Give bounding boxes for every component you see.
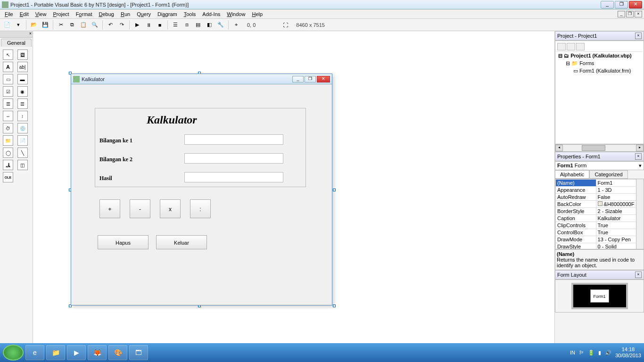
divide-button[interactable]: :	[190, 199, 211, 218]
undo-button[interactable]: ↶	[105, 20, 116, 30]
combobox-tool[interactable]: ☰	[3, 99, 13, 109]
network-icon[interactable]: ▮	[598, 350, 601, 356]
menu-debug[interactable]: Debug	[96, 10, 116, 18]
form-designer-window[interactable]: Kalkulator _ ❐ ✕ Kalkulator Bilangan ke …	[71, 74, 332, 305]
view-object-button[interactable]	[567, 43, 575, 50]
textbox-tool[interactable]: ab|	[17, 62, 28, 72]
menu-query[interactable]: Query	[134, 10, 154, 18]
tab-categorized[interactable]: Categorized	[589, 170, 627, 179]
vscrollbar-tool[interactable]: ↕	[17, 111, 28, 121]
object-browser-button[interactable]: ◧	[204, 20, 215, 30]
property-row[interactable]: ControlBoxTrue	[556, 229, 644, 236]
exit-button[interactable]: Keluar	[156, 235, 207, 249]
toolbox-tab-general[interactable]: General	[1, 39, 32, 47]
maximize-button[interactable]: ❐	[615, 1, 628, 8]
scroll-thumb[interactable]	[582, 145, 605, 151]
property-row[interactable]: DrawMode13 - Copy Pen	[556, 236, 644, 243]
properties-grid[interactable]: (Name)Form1Appearance1 - 3DAutoRedrawFal…	[555, 179, 644, 249]
mdi-close[interactable]: ×	[635, 11, 642, 17]
hscrollbar-tool[interactable]: ↔	[3, 111, 13, 121]
drivelist-tool[interactable]: 💿	[17, 123, 28, 133]
label-tool[interactable]: A	[3, 62, 13, 72]
label-hasil[interactable]: Hasil	[99, 175, 112, 182]
mdi-restore[interactable]: ❐	[626, 11, 634, 17]
resize-handle[interactable]	[333, 304, 336, 307]
toolbox-button[interactable]: 🔧	[215, 20, 226, 30]
checkbox-tool[interactable]: ☑	[3, 86, 13, 97]
menu-diagram[interactable]: Diagram	[155, 10, 180, 18]
textbox-bilangan2[interactable]	[184, 153, 283, 164]
dirlist-tool[interactable]: 📁	[3, 135, 13, 146]
copy-button[interactable]: ⧉	[67, 20, 77, 30]
project-root-node[interactable]: ⊟ 🗂 Project1 (Kalkulator.vbp)	[556, 52, 643, 59]
textbox-hasil[interactable]	[184, 172, 283, 182]
menu-help[interactable]: Help	[249, 10, 265, 18]
menu-format[interactable]: Format	[73, 10, 95, 18]
view-code-button[interactable]	[557, 43, 566, 50]
cut-button[interactable]: ✂	[56, 20, 66, 30]
firefox-icon[interactable]: 🦊	[88, 345, 107, 360]
pointer-tool[interactable]: ↖	[3, 49, 13, 60]
form-maximize[interactable]: ❐	[305, 76, 316, 82]
property-row[interactable]: DrawStyle0 - Solid	[556, 243, 644, 250]
menu-view[interactable]: View	[33, 10, 50, 18]
redo-button[interactable]: ↷	[116, 20, 127, 30]
textbox-bilangan1[interactable]	[184, 134, 283, 145]
clear-button[interactable]: Hapus	[98, 235, 149, 249]
add-form-button[interactable]: ▾	[13, 20, 24, 30]
flag-icon[interactable]: 🏳	[579, 350, 584, 355]
design-surface[interactable]: Kalkulator _ ❐ ✕ Kalkulator Bilangan ke …	[33, 31, 554, 343]
optionbutton-tool[interactable]: ◉	[17, 86, 28, 97]
language-indicator[interactable]: IN	[570, 350, 575, 355]
properties-close[interactable]: ×	[635, 153, 642, 160]
listbox-tool[interactable]: ☰	[17, 99, 28, 109]
form-layout-button[interactable]: ▤	[193, 20, 203, 30]
timer-tool[interactable]: ⏱	[3, 123, 13, 133]
plus-button[interactable]: +	[99, 199, 120, 218]
minimize-button[interactable]: _	[601, 1, 614, 8]
picturebox-tool[interactable]: 🖼	[17, 49, 28, 60]
form-client-area[interactable]: Kalkulator Bilangan ke 1 Bilangan ke 2 H…	[71, 84, 332, 305]
vb6-icon[interactable]: 🗔	[129, 345, 148, 360]
frame-tool[interactable]: ▭	[3, 74, 13, 84]
multiply-button[interactable]: x	[160, 199, 181, 218]
property-row[interactable]: AutoRedrawFalse	[556, 194, 644, 201]
start-button[interactable]	[3, 345, 24, 361]
project-pane-header[interactable]: Project - Project1 ×	[555, 31, 644, 41]
image-tool[interactable]: 🏞	[3, 160, 13, 170]
form-layout-preview[interactable]: Form1	[555, 280, 644, 313]
minus-button[interactable]: -	[130, 199, 150, 218]
toolbox-close[interactable]: ×	[0, 31, 33, 38]
paste-button[interactable]: 📋	[78, 20, 89, 30]
property-row[interactable]: ClipControlsTrue	[556, 222, 644, 229]
open-button[interactable]: 📂	[29, 20, 39, 30]
properties-scrollbar[interactable]	[636, 179, 644, 249]
project-explorer[interactable]: ⊟ 🗂 Project1 (Kalkulator.vbp) ⊟ 📁 Forms …	[555, 41, 644, 144]
menu-tools[interactable]: Tools	[181, 10, 199, 18]
project-close[interactable]: ×	[635, 33, 642, 39]
shape-tool[interactable]: ◯	[3, 148, 13, 158]
break-button[interactable]: ⏸	[143, 20, 154, 30]
menu-edit[interactable]: Edit	[17, 10, 32, 18]
scroll-left[interactable]: ◂	[555, 145, 563, 151]
toggle-folders-button[interactable]	[576, 43, 585, 50]
menu-run[interactable]: Run	[118, 10, 133, 18]
form-close[interactable]: ✕	[317, 76, 330, 82]
explorer-icon[interactable]: 📁	[46, 345, 65, 360]
heading-label[interactable]: Kalkulator	[147, 114, 197, 126]
menu-window[interactable]: Window	[224, 10, 248, 18]
battery-icon[interactable]: 🔋	[588, 350, 594, 356]
volume-icon[interactable]: 🔊	[605, 350, 611, 356]
property-row[interactable]: CaptionKalkulator	[556, 215, 644, 222]
scroll-right[interactable]: ▸	[636, 145, 644, 151]
save-button[interactable]: 💾	[40, 20, 50, 30]
label-bilangan1[interactable]: Bilangan ke 1	[99, 137, 132, 144]
start-button[interactable]: ▶	[132, 20, 142, 30]
form-layout-close[interactable]: ×	[635, 272, 642, 278]
property-row[interactable]: Appearance1 - 3D	[556, 187, 644, 194]
new-project-button[interactable]: 📄	[2, 20, 12, 30]
label-bilangan2[interactable]: Bilangan ke 2	[99, 156, 132, 163]
line-tool[interactable]: ╲	[17, 148, 28, 158]
properties-pane-header[interactable]: Properties - Form1 ×	[555, 152, 644, 161]
resize-handle[interactable]	[333, 189, 336, 191]
